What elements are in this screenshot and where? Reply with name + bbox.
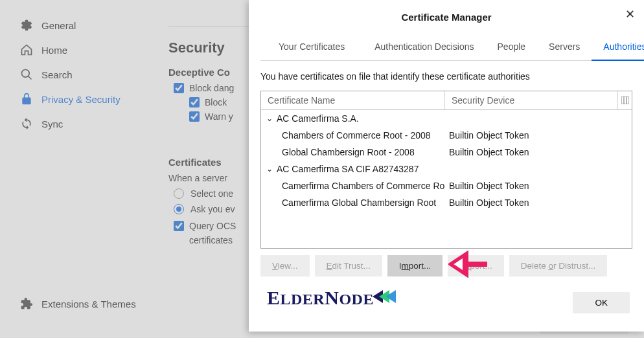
certificate-row[interactable]: Chambers of Commerce Root - 2008 Builtin… xyxy=(261,127,632,144)
ok-button[interactable]: OK xyxy=(573,292,630,313)
action-buttons-row: View... Edit Trust... Import... Export..… xyxy=(260,255,632,276)
certificate-row[interactable]: Camerfirma Global Chambersign Root Built… xyxy=(261,194,632,211)
svg-rect-2 xyxy=(621,96,629,104)
tab-people[interactable]: People xyxy=(486,36,538,60)
col-certificate-name[interactable]: Certificate Name xyxy=(261,91,445,109)
tab-description: You have certificates on file that ident… xyxy=(260,71,632,82)
table-header: Certificate Name Security Device xyxy=(261,91,632,110)
certificate-group[interactable]: ⌄ AC Camerfirma S.A. xyxy=(261,110,632,127)
view-button[interactable]: View... xyxy=(260,255,310,276)
chevron-down-icon: ⌄ xyxy=(266,164,273,174)
certificate-manager-dialog: Certificate Manager ✕ Your Certificates … xyxy=(249,0,644,332)
tab-servers[interactable]: Servers xyxy=(537,36,592,60)
chevron-down-icon: ⌄ xyxy=(266,114,273,123)
cert-name: Chambers of Commerce Root - 2008 xyxy=(261,130,445,141)
delete-distrust-button[interactable]: Delete or Distrust... xyxy=(509,255,608,276)
tab-authorities[interactable]: Authorities xyxy=(592,36,644,61)
certificate-table: Certificate Name Security Device ⌄ AC Ca… xyxy=(260,91,632,249)
close-icon: ✕ xyxy=(625,7,635,21)
certificate-row[interactable]: Global Chambersign Root - 2008 Builtin O… xyxy=(261,144,632,161)
certificate-row[interactable]: Camerfirma Chambers of Commerce Root Bui… xyxy=(261,177,632,194)
export-button[interactable]: Export... xyxy=(448,255,503,276)
logo-triangles-icon xyxy=(375,286,401,310)
import-button[interactable]: Import... xyxy=(387,255,443,276)
cert-device: Builtin Object Token xyxy=(445,147,632,157)
cert-device: Builtin Object Token xyxy=(445,197,632,208)
certificate-group[interactable]: ⌄ AC Camerfirma SA CIF A82743287 xyxy=(261,161,632,177)
tab-authentication-decisions[interactable]: Authentication Decisions xyxy=(363,36,485,60)
edit-trust-button[interactable]: Edit Trust... xyxy=(315,255,382,276)
cert-name: Global Chambersign Root - 2008 xyxy=(261,147,445,157)
column-picker-icon xyxy=(621,96,629,104)
tab-row: Your Certificates Authentication Decisio… xyxy=(260,36,632,61)
col-security-device[interactable]: Security Device xyxy=(445,91,617,109)
cert-device: Builtin Object Token xyxy=(445,130,632,141)
cert-device: Builtin Object Token xyxy=(445,181,632,191)
table-body[interactable]: ⌄ AC Camerfirma S.A. Chambers of Commerc… xyxy=(261,110,632,248)
close-button[interactable]: ✕ xyxy=(622,6,638,22)
eldernode-logo: ELDERNODE xyxy=(267,286,401,310)
cert-name: Camerfirma Chambers of Commerce Root xyxy=(261,181,445,191)
column-picker-button[interactable] xyxy=(617,91,632,109)
cert-name: Camerfirma Global Chambersign Root xyxy=(261,197,445,208)
tab-your-certificates[interactable]: Your Certificates xyxy=(260,36,363,60)
dialog-title: Certificate Manager xyxy=(249,12,644,23)
